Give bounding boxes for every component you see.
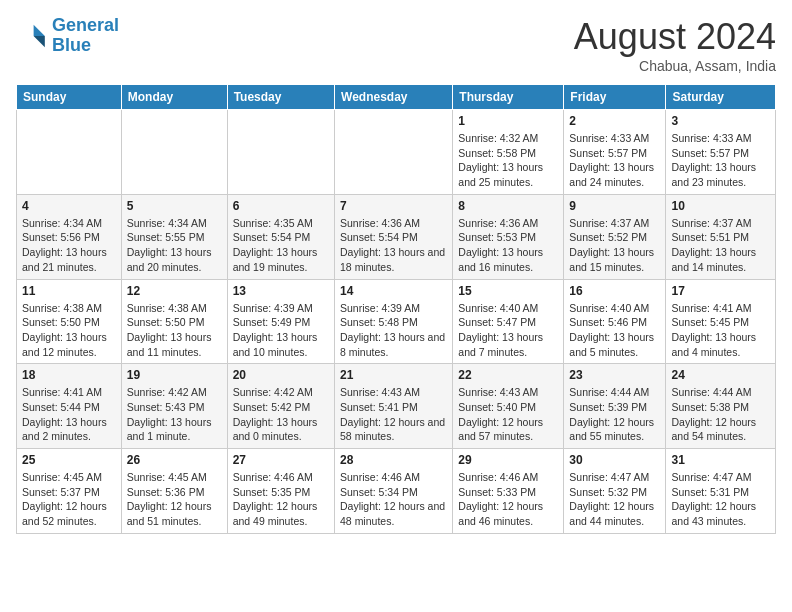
day-number: 26 bbox=[127, 453, 222, 467]
week-row-4: 18Sunrise: 4:41 AM Sunset: 5:44 PM Dayli… bbox=[17, 364, 776, 449]
day-cell bbox=[227, 110, 334, 195]
header-cell-sunday: Sunday bbox=[17, 85, 122, 110]
day-number: 12 bbox=[127, 284, 222, 298]
day-info: Sunrise: 4:39 AM Sunset: 5:48 PM Dayligh… bbox=[340, 301, 447, 360]
day-info: Sunrise: 4:40 AM Sunset: 5:47 PM Dayligh… bbox=[458, 301, 558, 360]
day-cell: 30Sunrise: 4:47 AM Sunset: 5:32 PM Dayli… bbox=[564, 449, 666, 534]
day-info: Sunrise: 4:45 AM Sunset: 5:37 PM Dayligh… bbox=[22, 470, 116, 529]
day-number: 1 bbox=[458, 114, 558, 128]
day-number: 10 bbox=[671, 199, 770, 213]
day-cell: 18Sunrise: 4:41 AM Sunset: 5:44 PM Dayli… bbox=[17, 364, 122, 449]
day-cell: 31Sunrise: 4:47 AM Sunset: 5:31 PM Dayli… bbox=[666, 449, 776, 534]
day-info: Sunrise: 4:37 AM Sunset: 5:52 PM Dayligh… bbox=[569, 216, 660, 275]
day-number: 14 bbox=[340, 284, 447, 298]
month-title: August 2024 bbox=[574, 16, 776, 58]
day-info: Sunrise: 4:47 AM Sunset: 5:32 PM Dayligh… bbox=[569, 470, 660, 529]
day-info: Sunrise: 4:36 AM Sunset: 5:53 PM Dayligh… bbox=[458, 216, 558, 275]
day-number: 19 bbox=[127, 368, 222, 382]
day-number: 17 bbox=[671, 284, 770, 298]
day-number: 13 bbox=[233, 284, 329, 298]
day-info: Sunrise: 4:33 AM Sunset: 5:57 PM Dayligh… bbox=[671, 131, 770, 190]
day-number: 22 bbox=[458, 368, 558, 382]
day-cell bbox=[335, 110, 453, 195]
header-cell-tuesday: Tuesday bbox=[227, 85, 334, 110]
calendar-table: SundayMondayTuesdayWednesdayThursdayFrid… bbox=[16, 84, 776, 534]
day-number: 21 bbox=[340, 368, 447, 382]
day-info: Sunrise: 4:46 AM Sunset: 5:34 PM Dayligh… bbox=[340, 470, 447, 529]
day-cell: 15Sunrise: 4:40 AM Sunset: 5:47 PM Dayli… bbox=[453, 279, 564, 364]
day-info: Sunrise: 4:33 AM Sunset: 5:57 PM Dayligh… bbox=[569, 131, 660, 190]
day-number: 8 bbox=[458, 199, 558, 213]
day-info: Sunrise: 4:34 AM Sunset: 5:55 PM Dayligh… bbox=[127, 216, 222, 275]
day-cell: 7Sunrise: 4:36 AM Sunset: 5:54 PM Daylig… bbox=[335, 194, 453, 279]
day-number: 18 bbox=[22, 368, 116, 382]
day-info: Sunrise: 4:38 AM Sunset: 5:50 PM Dayligh… bbox=[22, 301, 116, 360]
day-cell: 20Sunrise: 4:42 AM Sunset: 5:42 PM Dayli… bbox=[227, 364, 334, 449]
day-number: 16 bbox=[569, 284, 660, 298]
day-info: Sunrise: 4:41 AM Sunset: 5:44 PM Dayligh… bbox=[22, 385, 116, 444]
day-info: Sunrise: 4:44 AM Sunset: 5:39 PM Dayligh… bbox=[569, 385, 660, 444]
svg-marker-0 bbox=[34, 25, 45, 36]
day-number: 7 bbox=[340, 199, 447, 213]
day-info: Sunrise: 4:35 AM Sunset: 5:54 PM Dayligh… bbox=[233, 216, 329, 275]
day-info: Sunrise: 4:41 AM Sunset: 5:45 PM Dayligh… bbox=[671, 301, 770, 360]
day-number: 25 bbox=[22, 453, 116, 467]
day-info: Sunrise: 4:45 AM Sunset: 5:36 PM Dayligh… bbox=[127, 470, 222, 529]
day-cell: 3Sunrise: 4:33 AM Sunset: 5:57 PM Daylig… bbox=[666, 110, 776, 195]
day-cell: 28Sunrise: 4:46 AM Sunset: 5:34 PM Dayli… bbox=[335, 449, 453, 534]
page-header: General Blue August 2024 Chabua, Assam, … bbox=[16, 16, 776, 74]
week-row-5: 25Sunrise: 4:45 AM Sunset: 5:37 PM Dayli… bbox=[17, 449, 776, 534]
title-block: August 2024 Chabua, Assam, India bbox=[574, 16, 776, 74]
day-number: 3 bbox=[671, 114, 770, 128]
header-cell-saturday: Saturday bbox=[666, 85, 776, 110]
logo: General Blue bbox=[16, 16, 119, 56]
day-cell: 6Sunrise: 4:35 AM Sunset: 5:54 PM Daylig… bbox=[227, 194, 334, 279]
day-info: Sunrise: 4:34 AM Sunset: 5:56 PM Dayligh… bbox=[22, 216, 116, 275]
day-info: Sunrise: 4:44 AM Sunset: 5:38 PM Dayligh… bbox=[671, 385, 770, 444]
day-info: Sunrise: 4:42 AM Sunset: 5:42 PM Dayligh… bbox=[233, 385, 329, 444]
day-cell: 12Sunrise: 4:38 AM Sunset: 5:50 PM Dayli… bbox=[121, 279, 227, 364]
day-info: Sunrise: 4:42 AM Sunset: 5:43 PM Dayligh… bbox=[127, 385, 222, 444]
day-cell: 19Sunrise: 4:42 AM Sunset: 5:43 PM Dayli… bbox=[121, 364, 227, 449]
week-row-3: 11Sunrise: 4:38 AM Sunset: 5:50 PM Dayli… bbox=[17, 279, 776, 364]
day-number: 9 bbox=[569, 199, 660, 213]
day-cell: 25Sunrise: 4:45 AM Sunset: 5:37 PM Dayli… bbox=[17, 449, 122, 534]
day-cell: 22Sunrise: 4:43 AM Sunset: 5:40 PM Dayli… bbox=[453, 364, 564, 449]
day-number: 15 bbox=[458, 284, 558, 298]
day-cell: 16Sunrise: 4:40 AM Sunset: 5:46 PM Dayli… bbox=[564, 279, 666, 364]
day-cell: 8Sunrise: 4:36 AM Sunset: 5:53 PM Daylig… bbox=[453, 194, 564, 279]
day-info: Sunrise: 4:43 AM Sunset: 5:41 PM Dayligh… bbox=[340, 385, 447, 444]
day-number: 31 bbox=[671, 453, 770, 467]
svg-marker-1 bbox=[34, 36, 45, 47]
day-cell: 5Sunrise: 4:34 AM Sunset: 5:55 PM Daylig… bbox=[121, 194, 227, 279]
day-info: Sunrise: 4:46 AM Sunset: 5:33 PM Dayligh… bbox=[458, 470, 558, 529]
day-number: 30 bbox=[569, 453, 660, 467]
day-number: 23 bbox=[569, 368, 660, 382]
day-cell: 2Sunrise: 4:33 AM Sunset: 5:57 PM Daylig… bbox=[564, 110, 666, 195]
day-cell: 26Sunrise: 4:45 AM Sunset: 5:36 PM Dayli… bbox=[121, 449, 227, 534]
day-cell: 17Sunrise: 4:41 AM Sunset: 5:45 PM Dayli… bbox=[666, 279, 776, 364]
week-row-2: 4Sunrise: 4:34 AM Sunset: 5:56 PM Daylig… bbox=[17, 194, 776, 279]
day-number: 11 bbox=[22, 284, 116, 298]
day-info: Sunrise: 4:37 AM Sunset: 5:51 PM Dayligh… bbox=[671, 216, 770, 275]
day-number: 28 bbox=[340, 453, 447, 467]
day-cell: 11Sunrise: 4:38 AM Sunset: 5:50 PM Dayli… bbox=[17, 279, 122, 364]
header-cell-monday: Monday bbox=[121, 85, 227, 110]
location-subtitle: Chabua, Assam, India bbox=[574, 58, 776, 74]
day-cell: 1Sunrise: 4:32 AM Sunset: 5:58 PM Daylig… bbox=[453, 110, 564, 195]
day-cell: 27Sunrise: 4:46 AM Sunset: 5:35 PM Dayli… bbox=[227, 449, 334, 534]
day-info: Sunrise: 4:47 AM Sunset: 5:31 PM Dayligh… bbox=[671, 470, 770, 529]
logo-icon bbox=[16, 20, 48, 52]
header-cell-friday: Friday bbox=[564, 85, 666, 110]
day-cell: 10Sunrise: 4:37 AM Sunset: 5:51 PM Dayli… bbox=[666, 194, 776, 279]
day-info: Sunrise: 4:32 AM Sunset: 5:58 PM Dayligh… bbox=[458, 131, 558, 190]
header-row: SundayMondayTuesdayWednesdayThursdayFrid… bbox=[17, 85, 776, 110]
logo-text: General Blue bbox=[52, 16, 119, 56]
day-cell: 14Sunrise: 4:39 AM Sunset: 5:48 PM Dayli… bbox=[335, 279, 453, 364]
day-info: Sunrise: 4:39 AM Sunset: 5:49 PM Dayligh… bbox=[233, 301, 329, 360]
day-number: 24 bbox=[671, 368, 770, 382]
day-number: 29 bbox=[458, 453, 558, 467]
day-info: Sunrise: 4:40 AM Sunset: 5:46 PM Dayligh… bbox=[569, 301, 660, 360]
day-number: 20 bbox=[233, 368, 329, 382]
day-number: 6 bbox=[233, 199, 329, 213]
